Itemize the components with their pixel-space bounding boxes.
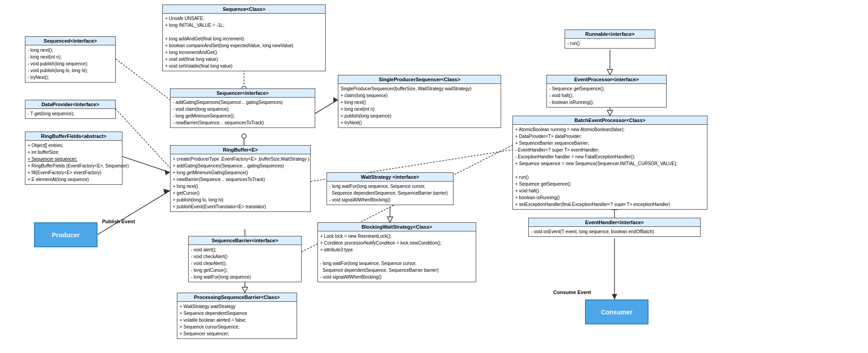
ringbuffer-body: + create(ProducerType ,EventFactory<E> ,… [171, 154, 310, 211]
ringbufferfields-abstract-box: RingBufferFields<abstract> + Object[] en… [25, 132, 122, 185]
sequencer-interface-body: - addGatingSequences(Sequence... gatingS… [171, 98, 315, 127]
dataprovider-interface-box: DataProvider<interface> - T get(long seq… [25, 100, 116, 119]
sequence-class-box: Sequence<Class> + Unsafe UNSAFE; + long … [162, 5, 326, 71]
sequencer-interface-title: Sequencer<interface> [171, 89, 315, 98]
blockingwaitstrategy-title: BlockingWaitStrategy<Class> [318, 223, 476, 231]
eventprocessor-interface-body: - Sequence getSequence(); - void halt();… [547, 84, 666, 107]
eventprocessor-interface-box: EventProcessor<interface> - Sequence get… [546, 75, 667, 108]
svg-line-7 [122, 157, 170, 172]
svg-marker-8 [165, 170, 170, 175]
publish-event-label: Publish Event [102, 219, 135, 224]
consume-event-label: Consume Event [553, 289, 591, 295]
svg-line-21 [98, 191, 170, 235]
svg-marker-24 [612, 294, 617, 299]
ringbuffer-title: RingBuffer<E> [171, 146, 310, 154]
processingsequencebarrier-box: ProcessingSequenceBarrier<Class> + WaitS… [177, 293, 297, 339]
svg-line-3 [315, 100, 338, 113]
eventhandler-interface-box: EventHandler<interface> - void onEvent(T… [528, 218, 701, 237]
sequence-class-body: + Unsafe UNSAFE; + long INITIAL_VALUE = … [163, 14, 325, 71]
sequencebarrier-interface-body: - void alert(); - void checkAlert() - vo… [189, 245, 301, 282]
svg-line-2 [116, 59, 170, 100]
blockingwaitstrategy-body: + Lock lock = new ReentrantLock(); + Con… [318, 231, 476, 282]
waitstrategy-interface-title: WaitStrategy <interface> [327, 173, 453, 181]
runnable-interface-title: Runnable<interface> [565, 30, 655, 39]
processingsequencebarrier-title: ProcessingSequenceBarrier<Class> [177, 293, 297, 302]
dataprovider-interface-body: - T get(long sequence); [25, 109, 115, 118]
svg-marker-18 [607, 110, 613, 116]
svg-marker-11 [387, 217, 393, 222]
singleproducersequencer-title: SingleProducerSequencer<Class> [338, 75, 501, 84]
singleproducersequencer-body: SingleProducerSequencer(bufferSize, Wait… [338, 84, 501, 127]
eventprocessor-interface-title: EventProcessor<interface> [547, 75, 666, 84]
svg-marker-13 [242, 287, 248, 293]
svg-marker-16 [607, 69, 613, 75]
blockingwaitstrategy-box: BlockingWaitStrategy<Class> + Lock lock … [317, 222, 476, 282]
producer-actor: Producer [34, 222, 98, 247]
eventhandler-interface-body: - void onEvent(T event, long sequence, b… [529, 227, 700, 236]
svg-point-6 [242, 134, 246, 138]
sequence-class-title: Sequence<Class> [163, 5, 325, 14]
waitstrategy-interface-body: - long waitFor(long sequence, Sequence c… [327, 181, 453, 205]
ringbufferfields-abstract-title: RingBufferFields<abstract> [25, 132, 122, 141]
sequenced-interface-title: Sequenced<interface> [25, 37, 115, 45]
eventhandler-interface-title: EventHandler<interface> [529, 218, 700, 227]
batcheventprocessor-body: + AtomicBoolean running = new AtomicBool… [513, 125, 707, 209]
dataprovider-interface-title: DataProvider<interface> [25, 100, 115, 109]
sequencebarrier-interface-title: SequenceBarrier<interface> [189, 236, 301, 245]
consumer-actor: Consumer [585, 299, 649, 324]
sequencer-interface-box: Sequencer<interface> - addGatingSequence… [170, 88, 315, 128]
sequencebarrier-interface-box: SequenceBarrier<interface> - void alert(… [188, 236, 302, 282]
svg-marker-4 [333, 97, 338, 103]
diagram-container: Sequence<Class> + Unsafe UNSAFE; + long … [0, 0, 868, 353]
singleproducersequencer-box: SingleProducerSequencer<Class> SinglePro… [338, 75, 501, 128]
svg-line-9 [116, 109, 170, 168]
sequenced-interface-body: - long next(); - long next(int n); - voi… [25, 45, 115, 82]
waitstrategy-interface-box: WaitStrategy <interface> - long waitFor(… [327, 172, 454, 205]
sequenced-interface-box: Sequenced<interface> - long next(); - lo… [25, 36, 116, 83]
consumer-label: Consumer [601, 309, 632, 316]
ringbufferfields-abstract-body: + Object[] entries; + int bufferSize; + … [25, 141, 122, 184]
svg-marker-22 [163, 189, 170, 194]
runnable-interface-body: - run() [565, 39, 655, 48]
runnable-interface-box: Runnable<interface> - run() [565, 29, 655, 49]
ringbuffer-box: RingBuffer<E> + create(ProducerType ,Eve… [170, 145, 311, 212]
producer-label: Producer [52, 231, 79, 239]
batcheventprocessor-title: BatchEventProcessor<Class> [513, 116, 707, 125]
batcheventprocessor-box: BatchEventProcessor<Class> + AtomicBoole… [512, 116, 707, 210]
processingsequencebarrier-body: + WaitStrategy waitStrategy + Sequence d… [177, 302, 297, 338]
